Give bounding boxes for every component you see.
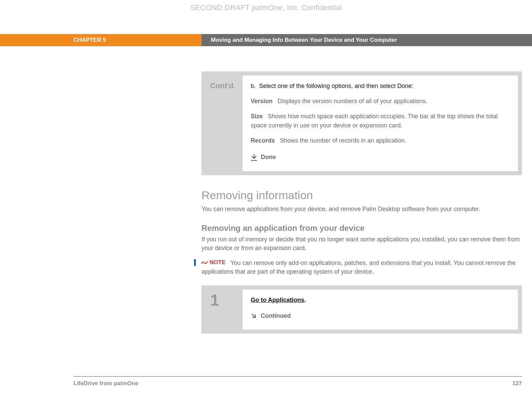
- step-1-instruction: Go to Applications.: [251, 296, 508, 305]
- footer-product: LifeDrive from palmOne: [73, 380, 138, 387]
- done-label: Done: [261, 153, 276, 162]
- definition-size: Size Shows how much space each applicati…: [251, 112, 508, 130]
- chapter-header-bar: CHAPTER 5 Moving and Managing Info Betwe…: [0, 34, 532, 46]
- chapter-number: CHAPTER 5: [0, 34, 201, 46]
- substep-text: Select one of the following options, and…: [259, 83, 413, 89]
- desc-records: Shows the number of records in an applic…: [280, 137, 406, 144]
- term-size: Size: [251, 113, 263, 120]
- done-indicator: Done: [251, 153, 276, 162]
- step-number-1: 1: [206, 289, 243, 330]
- step-1-period: .: [304, 297, 306, 303]
- continued-indicator: Continued: [251, 311, 291, 320]
- go-to-applications-link[interactable]: Go to Applications: [251, 297, 304, 303]
- note-label-text: NOTE: [210, 258, 225, 267]
- subsection-heading: Removing an application from your device: [201, 223, 522, 233]
- definition-version: Version Displays the version numbers of …: [251, 97, 508, 106]
- footer-page-number: 127: [512, 380, 522, 387]
- continued-step-box: Cont'd. b. Select one of the following o…: [201, 71, 522, 175]
- substep-letter: b.: [251, 83, 256, 89]
- main-content: Cont'd. b. Select one of the following o…: [201, 71, 522, 334]
- note-block: NOTE You can remove only add-on applicat…: [201, 258, 522, 276]
- definition-records: Records Shows the number of records in a…: [251, 136, 508, 145]
- continued-label: Continued: [261, 311, 291, 320]
- chapter-title: Moving and Managing Info Between Your De…: [201, 34, 532, 46]
- section-heading: Removing information: [201, 189, 522, 202]
- step-1-box: 1 Go to Applications. Continued: [201, 285, 522, 334]
- confidential-watermark: SECOND DRAFT palmOne, Inc. Confidential: [0, 0, 532, 12]
- subsection-intro: If you run out of memory or decide that …: [201, 235, 522, 252]
- desc-version: Displays the version numbers of all of y…: [278, 98, 427, 104]
- note-label: NOTE: [201, 258, 225, 267]
- term-version: Version: [251, 98, 273, 104]
- continued-label: Cont'd.: [206, 75, 243, 171]
- continued-arrow-icon: [251, 313, 257, 319]
- section-intro: You can remove applications from your de…: [201, 205, 522, 213]
- revision-bar-icon: [194, 259, 196, 266]
- page-footer: LifeDrive from palmOne 127: [73, 376, 522, 387]
- note-text: You can remove only add-on applications,…: [201, 259, 516, 275]
- continued-body: b. Select one of the following options, …: [243, 75, 518, 171]
- note-wave-icon: [201, 260, 208, 265]
- term-records: Records: [251, 137, 275, 144]
- done-arrow-icon: [251, 154, 257, 161]
- desc-size: Shows how much space each application oc…: [251, 113, 498, 129]
- step-1-body: Go to Applications. Continued: [243, 289, 518, 330]
- substep-b: b. Select one of the following options, …: [251, 82, 508, 91]
